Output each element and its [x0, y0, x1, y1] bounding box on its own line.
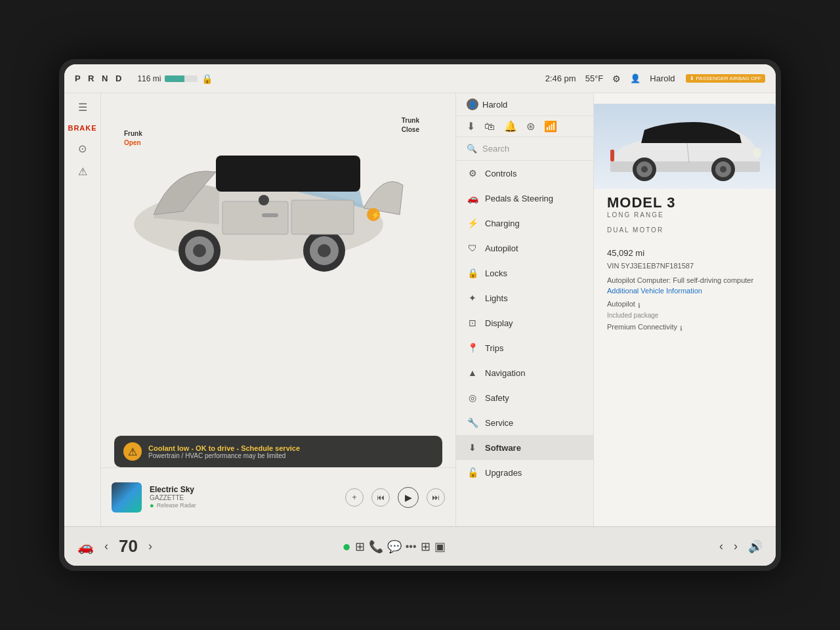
- menu-item-controls[interactable]: ⚙ Controls: [456, 161, 593, 186]
- pedals-label: Pedals & Steering: [485, 194, 553, 203]
- vehicle-info: MODEL 3 LONG RANGE DUAL MOTOR Name Your …: [607, 189, 763, 333]
- menu-item-upgrades[interactable]: 🔓 Upgrades: [456, 460, 593, 485]
- autopilot-info-icon: ℹ: [638, 302, 640, 309]
- search-row[interactable]: 🔍 Search: [456, 137, 593, 161]
- menu-icons-row: ⬇ 🛍 🔔 ⊛ 📶: [456, 116, 593, 137]
- play-pause-button[interactable]: ▶: [398, 487, 419, 508]
- warning-banner: ⚠ Coolant low - OK to drive - Schedule s…: [114, 436, 442, 467]
- download-icon[interactable]: ⬇: [467, 120, 475, 133]
- menu-column: 👤 Harold ⬇ 🛍 🔔 ⊛ 📶 🔍 Search: [456, 93, 594, 526]
- bluetooth-icon[interactable]: ⊛: [526, 120, 535, 133]
- warning-sub: Powertrain / HVAC performance may be lim…: [148, 452, 300, 459]
- trips-icon: 📍: [467, 343, 478, 353]
- left-panel: Frunk Open Trunk Close: [101, 93, 455, 526]
- media-icon[interactable]: ▣: [434, 539, 446, 554]
- prnd-indicator: P R N D: [75, 74, 124, 83]
- lock-icon: 🔒: [201, 74, 213, 84]
- music-controls[interactable]: + ⏮ ▶ ⏭: [345, 487, 445, 508]
- previous-track-button[interactable]: ⏮: [371, 488, 390, 507]
- user-avatar: 👤: [467, 98, 478, 110]
- pedals-icon: 🚗: [467, 193, 478, 203]
- tire-pressure-icon: ⊙: [78, 142, 87, 155]
- track-source: ● Release Radar: [150, 501, 337, 509]
- taskbar: 🚗 ‹ 70 › ● ⊞ 📞 💬 ••• ⊞: [64, 526, 776, 566]
- car-home-icon[interactable]: 🚗: [77, 539, 94, 555]
- menu-item-pedals[interactable]: 🚗 Pedals & Steering: [456, 186, 593, 211]
- autopilot-value: Included package: [607, 312, 763, 319]
- volume-icon[interactable]: 🔊: [748, 539, 763, 554]
- signal-icon[interactable]: 📶: [544, 120, 557, 133]
- bag-icon[interactable]: 🛍: [484, 121, 495, 133]
- spotify-icon: ●: [150, 501, 154, 509]
- time-display: 2:46 pm: [545, 74, 576, 83]
- locks-label: Locks: [485, 268, 507, 278]
- speed-display: 70: [119, 536, 138, 556]
- album-art: [112, 482, 142, 513]
- warning-icon: ⚠: [123, 442, 142, 461]
- phone-taskbar-icon[interactable]: 📞: [369, 539, 383, 554]
- temp-display: 55°F: [585, 74, 604, 83]
- navigation-label: Navigation: [485, 368, 525, 378]
- autopilot-computer-label: Autopilot Computer: Full self-driving co…: [607, 276, 763, 284]
- menu-item-safety[interactable]: ◎ Safety: [456, 385, 593, 410]
- autopilot-label: Autopilot: [485, 243, 518, 253]
- trips-label: Trips: [485, 343, 503, 353]
- status-bar: P R N D 116 mi 🔒 2:46 pm 55°F ⚙ 👤 Harold…: [64, 64, 776, 93]
- dashcam-icon[interactable]: ⊞: [355, 539, 365, 554]
- add-to-playlist-button[interactable]: +: [345, 488, 364, 507]
- left-sidebar: ☰ BRAKE ⊙ ⚠: [64, 93, 101, 526]
- menu-item-locks[interactable]: 🔒 Locks: [456, 261, 593, 285]
- menu-user-row: 👤 Harold: [456, 93, 593, 116]
- left-chevron-icon[interactable]: ‹: [104, 539, 108, 553]
- menu-item-display[interactable]: ⊡ Display: [456, 310, 593, 335]
- app-grid-icon[interactable]: ⊞: [421, 539, 430, 554]
- vehicle-image-container: [607, 104, 763, 182]
- display-label: Display: [485, 318, 513, 328]
- svg-point-21: [720, 166, 726, 173]
- svg-rect-10: [291, 200, 354, 234]
- music-player: Electric Sky GAZZETTE ● Release Radar + …: [101, 467, 455, 526]
- spotify-taskbar-icon[interactable]: ●: [342, 538, 350, 555]
- menu-item-trips[interactable]: 📍 Trips: [456, 335, 593, 360]
- menu-item-software[interactable]: ⬇ Software: [456, 435, 593, 460]
- controls-icon: ⚙: [467, 168, 478, 178]
- charging-icon: ⚡: [467, 218, 478, 228]
- upgrades-icon: 🔓: [467, 467, 478, 478]
- forward-arrow-icon[interactable]: ›: [734, 539, 738, 553]
- car-svg: ⚡: [101, 93, 416, 290]
- taskbar-left: 🚗 ‹ 70 ›: [77, 536, 209, 556]
- time-temp-display: 2:46 pm 55°F ⚙ 👤 Harold: [545, 74, 675, 84]
- mileage-display: 45,092 mi: [607, 248, 763, 258]
- menu-item-navigation[interactable]: ▲ Navigation: [456, 360, 593, 385]
- controls-label: Controls: [485, 169, 516, 178]
- back-arrow-icon[interactable]: ‹: [719, 539, 723, 553]
- messages-icon[interactable]: 💬: [387, 539, 402, 554]
- right-chevron-icon[interactable]: ›: [148, 539, 152, 553]
- menu-item-charging[interactable]: ⚡ Charging: [456, 211, 593, 236]
- airbag-icon: ⬇: [690, 75, 694, 81]
- svg-point-23: [753, 148, 761, 158]
- service-label: Service: [485, 418, 513, 428]
- main-screen: P R N D 116 mi 🔒 2:46 pm 55°F ⚙ 👤 Harold…: [64, 64, 776, 566]
- vehicle-side-svg: [594, 104, 776, 189]
- car-display-frame: P R N D 116 mi 🔒 2:46 pm 55°F ⚙ 👤 Harold…: [59, 59, 781, 571]
- menu-item-service[interactable]: 🔧 Service: [456, 410, 593, 435]
- menu-item-lights[interactable]: ✦ Lights: [456, 285, 593, 310]
- model-sub1: LONG RANGE: [607, 211, 675, 219]
- main-content: ☰ BRAKE ⊙ ⚠ Frunk Open Trunk: [64, 93, 776, 526]
- right-panel: 👤 Harold ⬇ 🛍 🔔 ⊛ 📶 🔍 Search: [456, 93, 776, 526]
- mileage-value: 45,092 mi: [607, 248, 763, 258]
- software-label: Software: [485, 443, 521, 453]
- menu-icon[interactable]: ☰: [78, 101, 87, 114]
- software-icon: ⬇: [467, 442, 478, 453]
- menu-item-autopilot[interactable]: 🛡 Autopilot: [456, 236, 593, 261]
- additional-info-link[interactable]: Additional Vehicle Information: [607, 287, 763, 295]
- premium-info-icon: ℹ: [680, 325, 682, 332]
- next-track-button[interactable]: ⏭: [427, 488, 445, 507]
- notification-icon[interactable]: 🔔: [504, 120, 517, 133]
- upgrades-label: Upgrades: [485, 468, 522, 478]
- model-sub2: DUAL MOTOR: [607, 226, 675, 234]
- more-options-icon[interactable]: •••: [406, 541, 417, 553]
- taskbar-center: ● ⊞ 📞 💬 ••• ⊞ ▣: [209, 538, 579, 555]
- safety-icon: ◎: [467, 392, 478, 403]
